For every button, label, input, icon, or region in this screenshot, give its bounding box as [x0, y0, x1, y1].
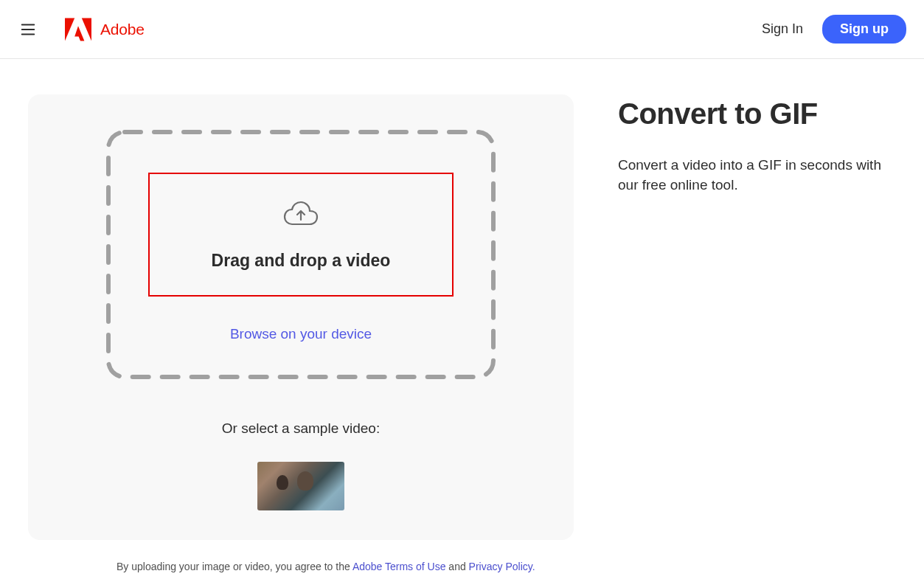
header: Adobe Sign In Sign up	[0, 0, 924, 59]
sample-video-thumbnail[interactable]	[257, 462, 344, 510]
signup-button[interactable]: Sign up	[822, 15, 906, 44]
privacy-link[interactable]: Privacy Policy.	[469, 561, 535, 572]
hamburger-menu[interactable]	[13, 15, 43, 44]
hamburger-icon	[20, 21, 36, 38]
disclaimer-middle: and	[445, 561, 468, 572]
info-panel: Convert to GIF Convert a video into a GI…	[618, 94, 896, 540]
cloud-upload-icon	[283, 199, 319, 229]
page-description: Convert a video into a GIF in seconds wi…	[618, 156, 896, 195]
sample-label: Or select a sample video:	[222, 420, 380, 437]
disclaimer-prefix: By uploading your image or video, you ag…	[117, 561, 352, 572]
adobe-logo-icon	[65, 18, 91, 41]
upload-panel: Drag and drop a video Browse on your dev…	[28, 94, 574, 540]
content: Drag and drop a video Browse on your dev…	[0, 59, 924, 540]
dropzone-instruction: Drag and drop a video	[212, 251, 391, 271]
upload-disclaimer: By uploading your image or video, you ag…	[28, 561, 924, 572]
page-title: Convert to GIF	[618, 97, 896, 131]
browse-link[interactable]: Browse on your device	[230, 326, 372, 342]
signin-link[interactable]: Sign In	[748, 15, 816, 43]
dropzone[interactable]: Drag and drop a video Browse on your dev…	[106, 130, 496, 379]
redbox-highlight: Drag and drop a video	[148, 173, 454, 297]
brand-name: Adobe	[100, 21, 145, 38]
brand-link[interactable]: Adobe	[65, 18, 145, 41]
terms-link[interactable]: Adobe Terms of Use	[352, 561, 446, 572]
